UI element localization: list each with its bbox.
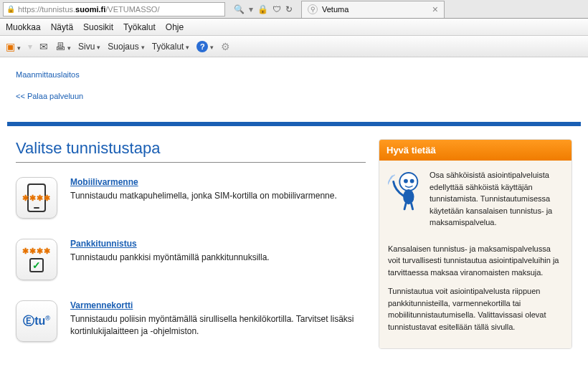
menu-help[interactable]: Ohje	[166, 22, 184, 32]
info-heading: Hyvä tietää	[379, 140, 572, 161]
url-text: https://tunnistus.suomi.fi/VETUMASSO/	[18, 5, 222, 14]
section-title: Valitse tunnistustapa	[16, 139, 366, 163]
page-viewport: Maanmittauslaitos << Palaa palveluun Val…	[0, 57, 588, 367]
tab-title: Vetuma	[322, 5, 348, 14]
stop-icon[interactable]: ▾	[249, 4, 253, 14]
info-paragraph-3: Tunnistautua voit asiointipalvelusta rii…	[388, 285, 563, 333]
menu-view[interactable]: Näytä	[51, 22, 73, 32]
tab-favicon: ⚲	[308, 4, 318, 14]
menu-tools[interactable]: Työkalut	[123, 22, 156, 32]
lock-status-icon: 🔒	[257, 4, 268, 14]
lock-icon: 🔒	[6, 5, 15, 13]
method-desc: Tunnistaudu poliisin myöntämällä sirulli…	[70, 313, 366, 338]
browser-chrome-top: 🔒 https://tunnistus.suomi.fi/VETUMASSO/ …	[0, 0, 588, 19]
method-desc: Tunnistaudu matkapuhelimella, jonka SIM-…	[70, 190, 337, 202]
menu-edit[interactable]: Muokkaa	[6, 22, 41, 32]
svg-point-3	[403, 189, 414, 204]
breadcrumb: Maanmittauslaitos	[16, 70, 572, 79]
address-bar[interactable]: 🔒 https://tunnistus.suomi.fi/VETUMASSO/	[3, 2, 225, 16]
menu-favorites[interactable]: Suosikit	[83, 22, 113, 32]
method-varmennekortti: Ⓔtu® Varmennekortti Tunnistaudu poliisin…	[16, 300, 366, 342]
cert-card-icon[interactable]: Ⓔtu®	[16, 300, 57, 342]
browser-tab[interactable]: ⚲ Vetuma ×	[301, 1, 445, 18]
svg-point-1	[404, 179, 408, 184]
svg-point-2	[410, 179, 414, 184]
info-panel: Hyvä tietää	[379, 139, 572, 349]
command-toolbar: ▣ ▾ ✉ 🖶 Sivu Suojaus Työkalut ? ⚙	[0, 36, 588, 57]
bank-auth-icon[interactable]: ✱✱✱✱ ✓	[16, 239, 57, 280]
gear-icon[interactable]: ⚙	[221, 41, 230, 52]
close-icon[interactable]: ×	[432, 4, 438, 15]
info-paragraph-2: Kansalaisen tunnistus- ja maksamispalvel…	[388, 243, 563, 279]
method-link-bank[interactable]: Pankkitunnistus	[70, 239, 137, 249]
method-pankkitunnistus: ✱✱✱✱ ✓ Pankkitunnistus Tunnistaudu pankk…	[16, 239, 366, 280]
url-action-icons: 🔍 ▾ 🔒 🛡 ↻	[228, 4, 298, 14]
mascot-icon	[388, 169, 422, 211]
refresh-icon[interactable]: ↻	[285, 4, 293, 14]
back-to-service-link[interactable]: << Palaa palveluun	[16, 92, 83, 100]
method-link-mobile[interactable]: Mobiilivarmenne	[70, 177, 138, 187]
info-paragraph-1: Osa sähköisistä asiointipalveluista edel…	[430, 169, 563, 229]
menu-bar: Muokkaa Näytä Suosikit Työkalut Ohje	[0, 19, 588, 36]
help-icon[interactable]: ?	[196, 41, 214, 52]
feeds-icon[interactable]: ▣	[6, 41, 21, 52]
mobile-cert-icon[interactable]: ✱✱✱✱	[16, 177, 57, 219]
method-mobiilivarmenne: ✱✱✱✱ Mobiilivarmenne Tunnistaudu matkapu…	[16, 177, 366, 219]
method-desc: Tunnistaudu pankkisi myöntämillä pankkit…	[70, 252, 270, 264]
toolbar-tools[interactable]: Työkalut	[152, 42, 190, 52]
method-link-card[interactable]: Varmennekortti	[70, 300, 133, 310]
toolbar-page[interactable]: Sivu	[78, 42, 100, 52]
cert-icon[interactable]: 🛡	[272, 4, 281, 14]
search-icon[interactable]: 🔍	[234, 4, 245, 14]
svg-point-0	[399, 173, 417, 191]
separator-bar	[7, 122, 581, 126]
print-icon[interactable]: 🖶	[55, 41, 71, 52]
mail-icon[interactable]: ✉	[39, 41, 48, 52]
toolbar-protect[interactable]: Suojaus	[108, 42, 144, 52]
